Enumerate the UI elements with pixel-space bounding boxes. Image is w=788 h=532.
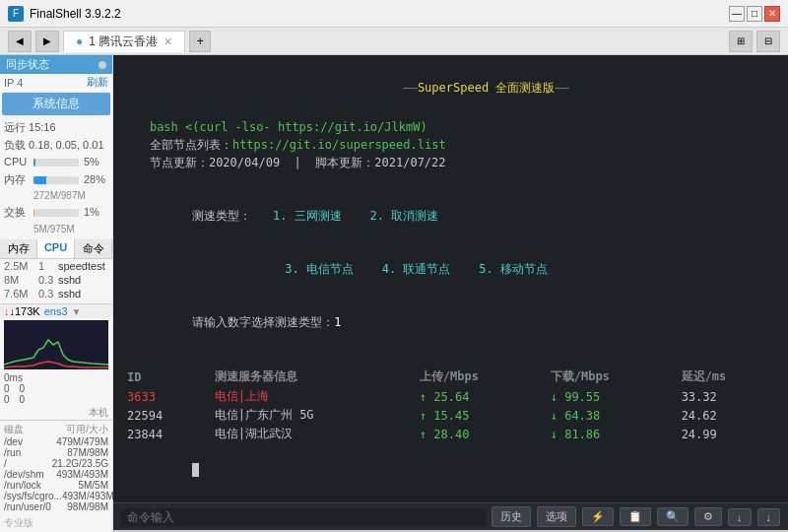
disk-header: 磁盘 可用/大小: [4, 423, 108, 436]
sidebar-header: 同步状态: [0, 55, 112, 74]
term-cursor-line: [121, 443, 780, 497]
disk-path-dev: /dev: [4, 436, 23, 447]
close-button[interactable]: ✕: [764, 6, 780, 22]
tab-memory[interactable]: 内存: [0, 239, 37, 258]
terminal-table: ID 测速服务器信息 上传/Mbps 下载/Mbps 延迟/ms 3633 电信…: [121, 366, 780, 443]
proc-name-2: sshd: [58, 288, 108, 299]
proc-name-0: speedtest: [58, 260, 108, 272]
swap-detail: 5M/975M: [4, 222, 108, 237]
tab-label-0: 1 腾讯云香港: [89, 33, 158, 50]
swap-percent: 1%: [84, 204, 108, 222]
td-download-1: ↓ 64.38: [545, 406, 676, 425]
download2-button[interactable]: ↓: [757, 508, 781, 526]
settings-button[interactable]: ⚙: [694, 507, 722, 526]
tab-cpu[interactable]: CPU: [37, 239, 75, 258]
td-delay-0: 33.32: [676, 387, 780, 406]
sidebar-stats: 远行 15:16 负载 0.18, 0.05, 0.01 CPU 5% 内存 2…: [0, 117, 112, 239]
proc-cpu-2: 0.3: [38, 288, 58, 299]
proc-name-1: sshd: [58, 274, 108, 286]
tab-nav-left[interactable]: ◀: [8, 31, 32, 52]
net-header: ↓ ↓173K ens3 ▼: [0, 304, 112, 318]
proc-mem-1: 8M: [4, 274, 38, 286]
term-line-2: 全部节点列表：https://git.io/superspeed.list: [121, 136, 780, 154]
terminal-content[interactable]: ——SuperSpeed 全面测速版—— bash <(curl -lso- h…: [113, 55, 788, 502]
mem-row: 内存 28%: [4, 171, 108, 189]
td-upload-0: ↑ 25.64: [414, 387, 545, 406]
cpu-bar-container: [33, 159, 79, 166]
disk-row-shm: /dev/shm 493M/493M: [4, 469, 108, 480]
disk-path-shm: /dev/shm: [4, 469, 44, 480]
process-list: 2.5M 1 speedtest 8M 0.3 sshd 7.6M 0.3 ss…: [0, 259, 112, 303]
td-upload-1: ↑ 15.45: [414, 406, 545, 425]
disk-info-root: 21.2G/23.5G: [52, 458, 108, 469]
ip-row: IP 4 刷新: [0, 74, 112, 91]
sysinfo-button[interactable]: 系统信息: [2, 93, 110, 115]
th-upload: 上传/Mbps: [414, 366, 545, 387]
term-line-6: 请输入数字选择测速类型：1: [121, 296, 780, 349]
swap-row: 交换 1%: [4, 204, 108, 222]
minimize-button[interactable]: —: [729, 6, 745, 22]
lightning-button[interactable]: ⚡: [582, 507, 614, 526]
table-row-1: 22594 电信|广东广州 5G ↑ 15.45 ↓ 64.38 24.62: [121, 406, 780, 425]
swap-bar-container: [33, 209, 79, 217]
download-button[interactable]: ↓: [728, 508, 752, 526]
disk-path-root: /: [4, 458, 7, 469]
mem-percent: 28%: [84, 171, 108, 189]
main-layout: 同步状态 IP 4 刷新 系统信息 远行 15:16 负载 0.18, 0.05…: [0, 55, 788, 532]
disk-col2: 可用/大小: [66, 423, 108, 436]
tab-item-0[interactable]: ● 1 腾讯云香港 ✕: [63, 31, 185, 52]
disk-path-user: /run/user/0: [4, 501, 51, 512]
search-button[interactable]: 🔍: [657, 507, 689, 526]
disk-info-dev: 479M/479M: [56, 436, 108, 447]
td-download-0: ↓ 99.55: [545, 387, 676, 406]
cpu-label: CPU: [4, 154, 32, 171]
proc-cpu-0: 1: [38, 260, 58, 272]
refresh-label[interactable]: 刷新: [87, 75, 108, 90]
disk-row-run: /run 87M/98M: [4, 447, 108, 458]
net-graph: [4, 320, 108, 369]
app-icon: F: [8, 6, 24, 22]
sync-label: 同步状态: [6, 57, 49, 72]
ip-label: IP 4: [4, 77, 23, 89]
disk-info-shm: 493M/493M: [56, 469, 108, 480]
disk-path-cgroup: /sys/fs/cgro...: [4, 491, 62, 501]
load-row: 负载 0.18, 0.05, 0.01: [4, 137, 108, 155]
view-grid-button[interactable]: ⊞: [729, 31, 753, 52]
view-split-button[interactable]: ⊟: [756, 31, 780, 52]
td-id-0: 3633: [121, 387, 209, 406]
net-val3: 0: [4, 394, 10, 405]
select-button[interactable]: 选项: [537, 506, 576, 527]
sidebar: 同步状态 IP 4 刷新 系统信息 远行 15:16 负载 0.18, 0.05…: [0, 55, 113, 532]
process-item-2[interactable]: 7.6M 0.3 sshd: [0, 287, 112, 300]
tab-add-button[interactable]: +: [189, 31, 211, 52]
terminal-section: ——SuperSpeed 全面测速版—— bash <(curl -lso- h…: [113, 55, 788, 532]
version-label: 专业版: [0, 514, 112, 532]
net-label: 本机: [0, 406, 112, 420]
th-server: 测速服务器信息: [209, 366, 414, 387]
copy-button[interactable]: 📋: [620, 507, 651, 526]
process-item-0[interactable]: 2.5M 1 speedtest: [0, 259, 112, 273]
load-label: 负载 0.18, 0.05, 0.01: [4, 137, 104, 155]
disk-path-lock: /run/lock: [4, 480, 41, 491]
disk-row-dev: /dev 479M/479M: [4, 436, 108, 447]
tab-close-0[interactable]: ✕: [164, 35, 172, 48]
table-row-2: 23844 电信|湖北武汉 ↑ 28.40 ↓ 81.86 24.99: [121, 425, 780, 443]
th-download: 下载/Mbps: [545, 366, 676, 387]
terminal-area: ——SuperSpeed 全面测速版—— bash <(curl -lso- h…: [113, 55, 788, 530]
term-line-4: 测速类型： 1. 三网测速 2. 取消测速: [121, 189, 780, 242]
disk-row-user: /run/user/0 98M/98M: [4, 501, 108, 512]
history-button[interactable]: 历史: [492, 506, 531, 527]
process-item-1[interactable]: 8M 0.3 sshd: [0, 273, 112, 287]
tab-nav-right[interactable]: ▶: [35, 31, 59, 52]
td-name-0: 电信|上海: [209, 387, 414, 406]
net-latency: 0ms: [4, 372, 108, 383]
tab-command[interactable]: 命令: [75, 239, 112, 258]
cmd-input[interactable]: [121, 508, 486, 526]
mem-bar-fill: [33, 176, 46, 184]
title-bar: F FinalShell 3.9.2.2 — □ ✕: [0, 0, 788, 28]
disk-path-run: /run: [4, 447, 21, 458]
maximize-button[interactable]: □: [747, 6, 762, 22]
cpu-bar-fill: [33, 159, 35, 166]
cpu-percent: 5%: [84, 154, 108, 171]
tab-bar-right: ⊞ ⊟: [729, 31, 780, 52]
